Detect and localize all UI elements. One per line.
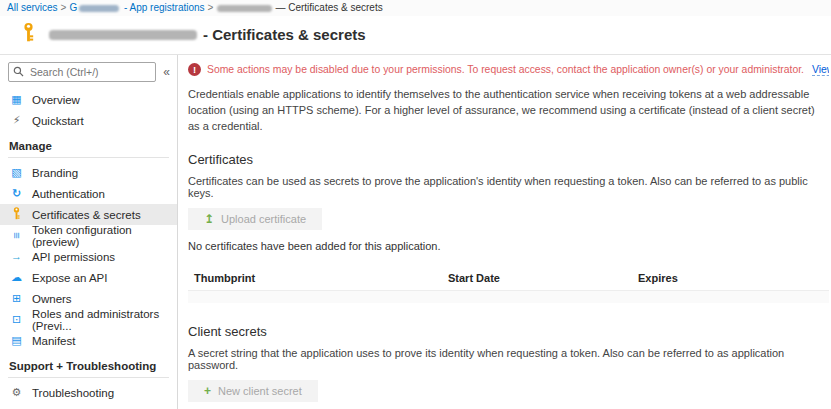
- sidebar-item-label: Branding: [32, 167, 78, 179]
- sidebar-item-roles-administrators[interactable]: ⊡ Roles and administrators (Previ...: [0, 309, 177, 330]
- sidebar: « ▦ Overview ⚡ Quickstart Manage ▧ Brand…: [0, 55, 178, 409]
- sidebar-item-label: Roles and administrators (Previ...: [32, 308, 177, 332]
- document-icon: ▤: [9, 335, 24, 346]
- sidebar-item-label: Troubleshooting: [32, 387, 114, 399]
- people-icon: ⊞: [9, 293, 24, 304]
- sidebar-item-new-support-request[interactable]: ☻ New support request: [0, 403, 177, 409]
- overview-icon: ▦: [9, 94, 24, 105]
- sidebar-item-label: Expose an API: [32, 272, 107, 284]
- credentials-intro-text: Credentials enable applications to ident…: [188, 87, 828, 135]
- column-thumbprint: Thumbprint: [194, 272, 448, 284]
- collapse-sidebar-button[interactable]: «: [160, 65, 173, 79]
- client-secrets-description: A secret string that the application use…: [188, 347, 829, 371]
- sidebar-item-label: Token configuration (preview): [32, 224, 177, 248]
- redacted-app-name-title: [49, 30, 197, 40]
- certificates-description: Certificates can be used as secrets to p…: [188, 175, 829, 199]
- column-start-date: Start Date: [448, 272, 638, 284]
- sidebar-item-owners[interactable]: ⊞ Owners: [0, 288, 177, 309]
- breadcrumb-app-registrations[interactable]: G - App registrations: [69, 2, 204, 13]
- sidebar-item-label: API permissions: [32, 251, 115, 263]
- sidebar-search-field[interactable]: [28, 65, 151, 79]
- breadcrumb-all-services[interactable]: All services: [7, 2, 58, 13]
- key-icon: [20, 22, 37, 47]
- page-header: - Certificates & secrets: [0, 16, 831, 55]
- warning-message: Some actions may be disabled due to your…: [207, 64, 804, 75]
- new-client-secret-button[interactable]: + New client secret: [188, 380, 318, 402]
- breadcrumb: All services>G - App registrations>— Cer…: [0, 0, 831, 16]
- cloud-icon: ☁: [9, 272, 24, 283]
- sidebar-item-branding[interactable]: ▧ Branding: [0, 162, 177, 183]
- branding-icon: ▧: [9, 167, 24, 178]
- error-icon: !: [188, 63, 201, 76]
- sidebar-item-troubleshooting[interactable]: ⚙ Troubleshooting: [0, 382, 177, 403]
- sliders-icon: ≡: [9, 230, 24, 241]
- page-title: - Certificates & secrets: [49, 26, 366, 43]
- upload-certificate-button[interactable]: ↥ Upload certificate: [188, 208, 322, 230]
- no-certificates-message: No certificates have been added for this…: [188, 240, 829, 252]
- client-secrets-heading: Client secrets: [188, 324, 829, 339]
- sidebar-item-label: Authentication: [32, 188, 105, 200]
- main-content: ! Some actions may be disabled due to yo…: [178, 55, 831, 409]
- sidebar-item-quickstart[interactable]: ⚡ Quickstart: [0, 110, 177, 131]
- certificates-table: Thumbprint Start Date Expires: [188, 266, 829, 303]
- redacted-app-name: [217, 5, 272, 12]
- breadcrumb-separator: >: [61, 2, 67, 13]
- sidebar-item-certificates-secrets[interactable]: Certificates & secrets: [0, 204, 177, 225]
- key-icon: [9, 207, 24, 222]
- certificates-table-header: Thumbprint Start Date Expires: [188, 266, 829, 291]
- breadcrumb-separator: >: [208, 2, 214, 13]
- certificates-heading: Certificates: [188, 152, 829, 167]
- sidebar-item-label: Manifest: [32, 335, 75, 347]
- sidebar-item-expose-an-api[interactable]: ☁ Expose an API: [0, 267, 177, 288]
- upload-icon: ↥: [204, 212, 214, 226]
- empty-table-row: [188, 291, 829, 303]
- arrow-icon: →: [9, 251, 24, 262]
- search-input[interactable]: [8, 62, 156, 82]
- breadcrumb-current: — Certificates & secrets: [216, 2, 382, 13]
- permissions-warning-banner: ! Some actions may be disabled due to yo…: [188, 63, 829, 76]
- sidebar-item-label: Quickstart: [32, 115, 84, 127]
- sidebar-item-label: Certificates & secrets: [32, 209, 141, 221]
- redacted-directory-name: [79, 5, 119, 12]
- sidebar-item-label: Owners: [32, 293, 72, 305]
- sidebar-section-support: Support + Troubleshooting: [0, 360, 177, 372]
- sidebar-item-api-permissions[interactable]: → API permissions: [0, 246, 177, 267]
- view-application-owners-link[interactable]: View application owners: [812, 64, 829, 76]
- sidebar-item-label: Overview: [32, 94, 80, 106]
- authentication-icon: ↻: [9, 188, 24, 199]
- divider: [8, 377, 169, 378]
- sidebar-section-manage: Manage: [0, 140, 177, 152]
- sidebar-item-overview[interactable]: ▦ Overview: [0, 89, 177, 110]
- plus-icon: +: [204, 384, 211, 398]
- sidebar-item-authentication[interactable]: ↻ Authentication: [0, 183, 177, 204]
- column-expires: Expires: [638, 272, 829, 284]
- search-icon: [13, 63, 24, 81]
- divider: [8, 157, 169, 158]
- lightning-icon: ⚡: [9, 115, 24, 126]
- sidebar-item-token-configuration[interactable]: ≡ Token configuration (preview): [0, 225, 177, 246]
- person-icon: ⊡: [9, 314, 24, 325]
- wrench-icon: ⚙: [9, 387, 24, 398]
- sidebar-item-manifest[interactable]: ▤ Manifest: [0, 330, 177, 351]
